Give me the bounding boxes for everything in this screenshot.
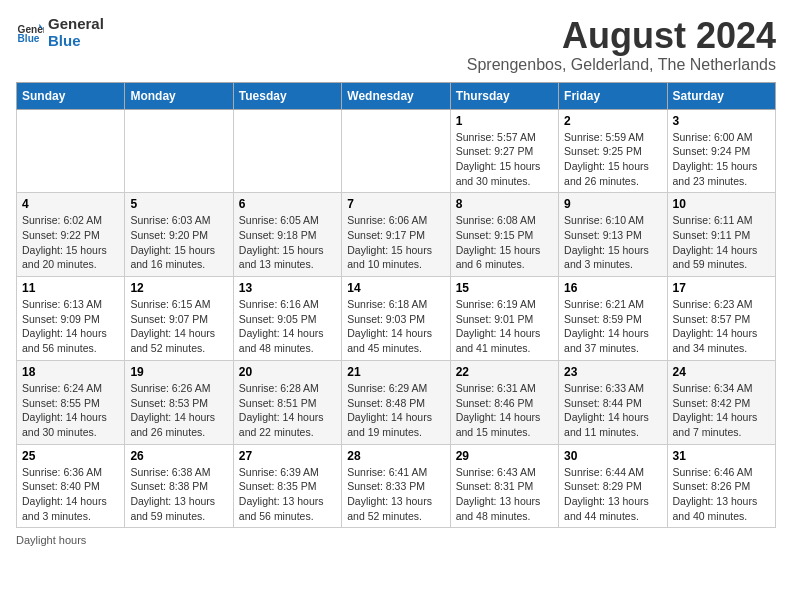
day-number: 18 bbox=[22, 365, 119, 379]
calendar-cell: 19Sunrise: 6:26 AM Sunset: 8:53 PM Dayli… bbox=[125, 360, 233, 444]
logo: General Blue General Blue bbox=[16, 16, 104, 49]
day-header-tuesday: Tuesday bbox=[233, 82, 341, 109]
day-header-thursday: Thursday bbox=[450, 82, 558, 109]
day-header-saturday: Saturday bbox=[667, 82, 775, 109]
calendar-cell: 7Sunrise: 6:06 AM Sunset: 9:17 PM Daylig… bbox=[342, 193, 450, 277]
day-info: Sunrise: 5:59 AM Sunset: 9:25 PM Dayligh… bbox=[564, 130, 661, 189]
day-number: 15 bbox=[456, 281, 553, 295]
day-number: 4 bbox=[22, 197, 119, 211]
day-number: 1 bbox=[456, 114, 553, 128]
day-number: 13 bbox=[239, 281, 336, 295]
day-info: Sunrise: 6:34 AM Sunset: 8:42 PM Dayligh… bbox=[673, 381, 770, 440]
logo-general-text: General bbox=[48, 16, 104, 33]
day-header-monday: Monday bbox=[125, 82, 233, 109]
calendar-cell: 3Sunrise: 6:00 AM Sunset: 9:24 PM Daylig… bbox=[667, 109, 775, 193]
day-number: 8 bbox=[456, 197, 553, 211]
day-number: 12 bbox=[130, 281, 227, 295]
day-number: 20 bbox=[239, 365, 336, 379]
day-info: Sunrise: 6:13 AM Sunset: 9:09 PM Dayligh… bbox=[22, 297, 119, 356]
day-info: Sunrise: 6:28 AM Sunset: 8:51 PM Dayligh… bbox=[239, 381, 336, 440]
day-header-friday: Friday bbox=[559, 82, 667, 109]
day-number: 23 bbox=[564, 365, 661, 379]
day-number: 26 bbox=[130, 449, 227, 463]
day-info: Sunrise: 6:16 AM Sunset: 9:05 PM Dayligh… bbox=[239, 297, 336, 356]
calendar-cell: 26Sunrise: 6:38 AM Sunset: 8:38 PM Dayli… bbox=[125, 444, 233, 528]
logo-blue-text: Blue bbox=[48, 33, 104, 50]
day-number: 30 bbox=[564, 449, 661, 463]
day-number: 7 bbox=[347, 197, 444, 211]
calendar-cell: 30Sunrise: 6:44 AM Sunset: 8:29 PM Dayli… bbox=[559, 444, 667, 528]
calendar-cell: 17Sunrise: 6:23 AM Sunset: 8:57 PM Dayli… bbox=[667, 277, 775, 361]
day-info: Sunrise: 6:43 AM Sunset: 8:31 PM Dayligh… bbox=[456, 465, 553, 524]
calendar-week-row: 18Sunrise: 6:24 AM Sunset: 8:55 PM Dayli… bbox=[17, 360, 776, 444]
day-info: Sunrise: 6:33 AM Sunset: 8:44 PM Dayligh… bbox=[564, 381, 661, 440]
calendar-week-row: 11Sunrise: 6:13 AM Sunset: 9:09 PM Dayli… bbox=[17, 277, 776, 361]
day-number: 5 bbox=[130, 197, 227, 211]
day-info: Sunrise: 5:57 AM Sunset: 9:27 PM Dayligh… bbox=[456, 130, 553, 189]
location-title: Sprengenbos, Gelderland, The Netherlands bbox=[467, 56, 776, 74]
title-area: August 2024 Sprengenbos, Gelderland, The… bbox=[467, 16, 776, 74]
day-info: Sunrise: 6:31 AM Sunset: 8:46 PM Dayligh… bbox=[456, 381, 553, 440]
day-info: Sunrise: 6:06 AM Sunset: 9:17 PM Dayligh… bbox=[347, 213, 444, 272]
calendar-cell: 16Sunrise: 6:21 AM Sunset: 8:59 PM Dayli… bbox=[559, 277, 667, 361]
day-info: Sunrise: 6:19 AM Sunset: 9:01 PM Dayligh… bbox=[456, 297, 553, 356]
calendar-cell: 9Sunrise: 6:10 AM Sunset: 9:13 PM Daylig… bbox=[559, 193, 667, 277]
month-title: August 2024 bbox=[467, 16, 776, 56]
day-number: 6 bbox=[239, 197, 336, 211]
day-info: Sunrise: 6:26 AM Sunset: 8:53 PM Dayligh… bbox=[130, 381, 227, 440]
calendar-cell bbox=[342, 109, 450, 193]
day-info: Sunrise: 6:10 AM Sunset: 9:13 PM Dayligh… bbox=[564, 213, 661, 272]
calendar-cell: 2Sunrise: 5:59 AM Sunset: 9:25 PM Daylig… bbox=[559, 109, 667, 193]
day-info: Sunrise: 6:02 AM Sunset: 9:22 PM Dayligh… bbox=[22, 213, 119, 272]
day-info: Sunrise: 6:00 AM Sunset: 9:24 PM Dayligh… bbox=[673, 130, 770, 189]
day-info: Sunrise: 6:11 AM Sunset: 9:11 PM Dayligh… bbox=[673, 213, 770, 272]
calendar-cell: 14Sunrise: 6:18 AM Sunset: 9:03 PM Dayli… bbox=[342, 277, 450, 361]
calendar-cell: 6Sunrise: 6:05 AM Sunset: 9:18 PM Daylig… bbox=[233, 193, 341, 277]
day-info: Sunrise: 6:18 AM Sunset: 9:03 PM Dayligh… bbox=[347, 297, 444, 356]
day-info: Sunrise: 6:44 AM Sunset: 8:29 PM Dayligh… bbox=[564, 465, 661, 524]
day-number: 11 bbox=[22, 281, 119, 295]
calendar-cell: 12Sunrise: 6:15 AM Sunset: 9:07 PM Dayli… bbox=[125, 277, 233, 361]
calendar-header-row: SundayMondayTuesdayWednesdayThursdayFrid… bbox=[17, 82, 776, 109]
day-info: Sunrise: 6:39 AM Sunset: 8:35 PM Dayligh… bbox=[239, 465, 336, 524]
day-info: Sunrise: 6:38 AM Sunset: 8:38 PM Dayligh… bbox=[130, 465, 227, 524]
footer-note: Daylight hours bbox=[16, 534, 776, 546]
day-info: Sunrise: 6:03 AM Sunset: 9:20 PM Dayligh… bbox=[130, 213, 227, 272]
day-number: 3 bbox=[673, 114, 770, 128]
day-number: 14 bbox=[347, 281, 444, 295]
day-number: 22 bbox=[456, 365, 553, 379]
calendar-table: SundayMondayTuesdayWednesdayThursdayFrid… bbox=[16, 82, 776, 529]
calendar-cell: 18Sunrise: 6:24 AM Sunset: 8:55 PM Dayli… bbox=[17, 360, 125, 444]
calendar-cell: 31Sunrise: 6:46 AM Sunset: 8:26 PM Dayli… bbox=[667, 444, 775, 528]
day-number: 31 bbox=[673, 449, 770, 463]
day-info: Sunrise: 6:29 AM Sunset: 8:48 PM Dayligh… bbox=[347, 381, 444, 440]
calendar-cell: 22Sunrise: 6:31 AM Sunset: 8:46 PM Dayli… bbox=[450, 360, 558, 444]
calendar-cell: 4Sunrise: 6:02 AM Sunset: 9:22 PM Daylig… bbox=[17, 193, 125, 277]
calendar-cell bbox=[125, 109, 233, 193]
day-info: Sunrise: 6:21 AM Sunset: 8:59 PM Dayligh… bbox=[564, 297, 661, 356]
day-number: 2 bbox=[564, 114, 661, 128]
day-header-wednesday: Wednesday bbox=[342, 82, 450, 109]
calendar-cell: 15Sunrise: 6:19 AM Sunset: 9:01 PM Dayli… bbox=[450, 277, 558, 361]
calendar-cell: 20Sunrise: 6:28 AM Sunset: 8:51 PM Dayli… bbox=[233, 360, 341, 444]
calendar-cell: 5Sunrise: 6:03 AM Sunset: 9:20 PM Daylig… bbox=[125, 193, 233, 277]
day-number: 17 bbox=[673, 281, 770, 295]
day-number: 25 bbox=[22, 449, 119, 463]
day-info: Sunrise: 6:05 AM Sunset: 9:18 PM Dayligh… bbox=[239, 213, 336, 272]
calendar-week-row: 1Sunrise: 5:57 AM Sunset: 9:27 PM Daylig… bbox=[17, 109, 776, 193]
day-info: Sunrise: 6:08 AM Sunset: 9:15 PM Dayligh… bbox=[456, 213, 553, 272]
calendar-cell: 28Sunrise: 6:41 AM Sunset: 8:33 PM Dayli… bbox=[342, 444, 450, 528]
calendar-cell: 23Sunrise: 6:33 AM Sunset: 8:44 PM Dayli… bbox=[559, 360, 667, 444]
day-info: Sunrise: 6:23 AM Sunset: 8:57 PM Dayligh… bbox=[673, 297, 770, 356]
calendar-cell bbox=[17, 109, 125, 193]
calendar-cell: 29Sunrise: 6:43 AM Sunset: 8:31 PM Dayli… bbox=[450, 444, 558, 528]
day-number: 28 bbox=[347, 449, 444, 463]
day-number: 19 bbox=[130, 365, 227, 379]
calendar-week-row: 4Sunrise: 6:02 AM Sunset: 9:22 PM Daylig… bbox=[17, 193, 776, 277]
calendar-cell: 25Sunrise: 6:36 AM Sunset: 8:40 PM Dayli… bbox=[17, 444, 125, 528]
calendar-week-row: 25Sunrise: 6:36 AM Sunset: 8:40 PM Dayli… bbox=[17, 444, 776, 528]
calendar-cell: 8Sunrise: 6:08 AM Sunset: 9:15 PM Daylig… bbox=[450, 193, 558, 277]
calendar-cell: 27Sunrise: 6:39 AM Sunset: 8:35 PM Dayli… bbox=[233, 444, 341, 528]
day-number: 29 bbox=[456, 449, 553, 463]
calendar-cell: 24Sunrise: 6:34 AM Sunset: 8:42 PM Dayli… bbox=[667, 360, 775, 444]
